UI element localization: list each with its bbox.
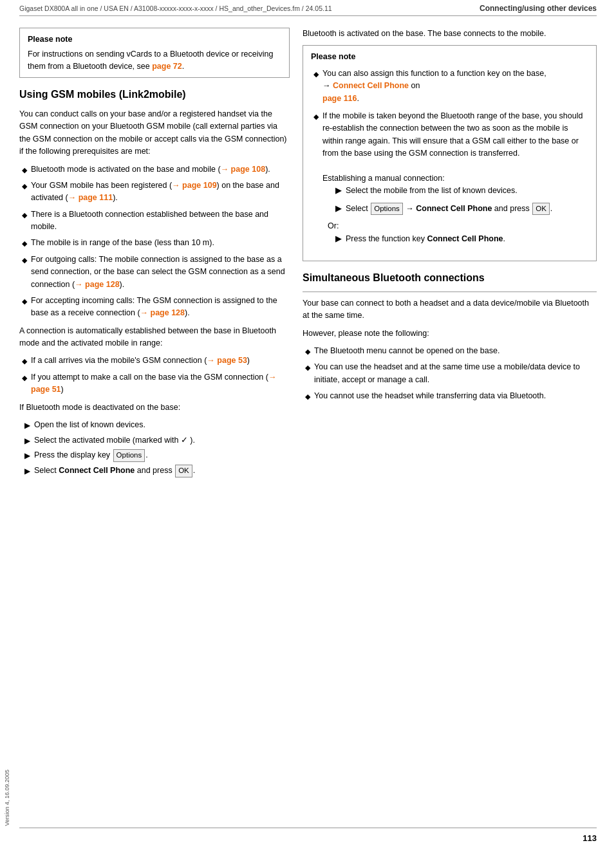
ok-btn-label: OK bbox=[175, 465, 192, 477]
section-heading-gsm: Using GSM mobiles (Link2mobile) bbox=[19, 88, 290, 102]
right-diamond-2: ◆ bbox=[313, 111, 319, 122]
or-list: ▶ Press the function key Connect Cell Ph… bbox=[333, 233, 588, 245]
bullet-outgoing: ◆ For outgoing calls: The mobile connect… bbox=[19, 254, 290, 291]
content-area: Please note For instructions on sending … bbox=[0, 16, 616, 481]
please-note-box-left: Please note For instructions on sending … bbox=[19, 28, 290, 78]
connect-cell-phone-link[interactable]: Connect Cell Phone bbox=[333, 81, 409, 90]
section2-bullet-2-text: You can use the headset and at the same … bbox=[314, 361, 597, 386]
auto-bullet-2-text: If you attempt to make a call on the bas… bbox=[31, 371, 290, 396]
step-4-text: Select Connect Cell Phone and press OK. bbox=[34, 465, 195, 477]
link-page51[interactable]: → page 51 bbox=[31, 373, 276, 394]
section2-text2: However, please note the following: bbox=[303, 328, 597, 340]
bullet-2-text: Your GSM mobile has been registered (→ p… bbox=[31, 180, 290, 205]
if-bt-deact: If Bluetooth mode is deactivated on the … bbox=[19, 402, 290, 414]
auto-bullet-1-text: If a call arrives via the mobile's GSM c… bbox=[31, 355, 250, 367]
link-page109[interactable]: → page 109 bbox=[172, 181, 216, 190]
please-note-title-right: Please note bbox=[311, 51, 588, 63]
section2-rule bbox=[303, 292, 597, 292]
auto-conn-paragraph: A connection is automatically establishe… bbox=[19, 325, 290, 350]
step-open-list: ▶ Open the list of known devices. bbox=[24, 419, 290, 432]
bullet-3-text: There is a Bluetooth connection establis… bbox=[31, 208, 290, 234]
section2-bullet-list: ◆ The Bluetooth menu cannot be opened on… bbox=[303, 345, 597, 403]
options-btn-label-2: Options bbox=[371, 203, 403, 216]
or-step-1: ▶ Press the function key Connect Cell Ph… bbox=[333, 233, 588, 245]
please-note-link[interactable]: page 72 bbox=[152, 62, 182, 71]
step-2-text: Select the activated mobile (marked with… bbox=[34, 434, 195, 447]
step-press-options: ▶ Press the display key Options. bbox=[24, 449, 290, 462]
auto-diamond-1: ◆ bbox=[22, 356, 27, 367]
right-note-bullets: ◆ You can also assign this function to a… bbox=[311, 68, 588, 250]
header-left: Gigaset DX800A all in one / USA EN / A31… bbox=[19, 5, 332, 12]
page-number: 113 bbox=[583, 833, 597, 843]
link-page111[interactable]: → page 111 bbox=[68, 193, 113, 202]
link-page53[interactable]: → page 53 bbox=[207, 356, 247, 365]
manual-step-1: ▶ Select the mobile from the list of kno… bbox=[333, 185, 588, 197]
arrow-1: ▶ bbox=[24, 420, 30, 432]
section2-heading: Simultaneous Bluetooth connections bbox=[303, 272, 597, 285]
header-right: Connecting/using other devices bbox=[480, 4, 597, 13]
please-note-box-right: Please note ◆ You can also assign this f… bbox=[303, 45, 597, 261]
link-page108[interactable]: → page 108 bbox=[221, 165, 265, 174]
section2-diamond-2: ◆ bbox=[305, 362, 310, 373]
manual-step-2: ▶ Select Options → Connect Cell Phone an… bbox=[333, 203, 588, 216]
prerequisites-list: ◆ Bluetooth mode is activated on the bas… bbox=[19, 163, 290, 320]
right-bullet-1-text: You can also assign this function to a f… bbox=[322, 68, 546, 105]
manual-conn-list: ▶ Select the mobile from the list of kno… bbox=[333, 185, 588, 215]
bullet-6-text: For accepting incoming calls: The GSM co… bbox=[31, 295, 290, 320]
please-note-title-left: Please note bbox=[28, 33, 281, 46]
right-diamond-1: ◆ bbox=[313, 69, 319, 80]
header-bar: Gigaset DX800A all in one / USA EN / A31… bbox=[0, 0, 616, 15]
bullet-range: ◆ The mobile is in range of the base (le… bbox=[19, 237, 290, 249]
section2-text1: Your base can connect to both a headset … bbox=[303, 297, 597, 322]
bottom-rule bbox=[19, 828, 597, 828]
page116-link[interactable]: page 116 bbox=[322, 94, 357, 103]
bullet-4-text: The mobile is in range of the base (less… bbox=[31, 237, 214, 249]
manual-step-2-text: Select Options → Connect Cell Phone and … bbox=[346, 203, 552, 216]
manual-step-1-text: Select the mobile from the list of known… bbox=[346, 185, 518, 197]
arrow-4: ▶ bbox=[24, 465, 30, 477]
options-btn-label: Options bbox=[113, 449, 145, 462]
bullet-gsm-registered: ◆ Your GSM mobile has been registered (→… bbox=[19, 180, 290, 205]
bullet-1-text: Bluetooth mode is activated on the base … bbox=[31, 163, 270, 176]
or-text: Or: bbox=[328, 221, 339, 230]
or-arrow-1: ▶ bbox=[335, 233, 342, 245]
auto-bullet-2: ◆ If you attempt to make a call on the b… bbox=[19, 371, 290, 396]
manual-arrow-1: ▶ bbox=[335, 185, 342, 197]
page-wrapper: Gigaset DX800A all in one / USA EN / A31… bbox=[0, 0, 616, 852]
section2-bullet-2: ◆ You can use the headset and at the sam… bbox=[303, 361, 597, 386]
left-column: Please note For instructions on sending … bbox=[19, 16, 290, 481]
right-note-bullet-2: ◆ If the mobile is taken beyond the Blue… bbox=[311, 110, 588, 250]
bullet-diamond-1: ◆ bbox=[22, 165, 27, 176]
arrow-2: ▶ bbox=[24, 435, 30, 447]
link-page128b[interactable]: → page 128 bbox=[140, 308, 185, 317]
section2-bullet-3-text: You cannot use the headset while transfe… bbox=[314, 390, 546, 402]
bullet-diamond-5: ◆ bbox=[22, 255, 27, 266]
bt-deact-steps: ▶ Open the list of known devices. ▶ Sele… bbox=[24, 419, 290, 477]
auto-diamond-2: ◆ bbox=[22, 373, 27, 384]
vertical-version-label: Version 4, 16.09.2005 bbox=[4, 770, 10, 826]
section2-diamond-1: ◆ bbox=[305, 346, 310, 357]
section2-heading-text: Simultaneous Bluetooth connections bbox=[303, 272, 485, 283]
section2-bullet-1: ◆ The Bluetooth menu cannot be opened on… bbox=[303, 345, 597, 357]
section2-bullet-1-text: The Bluetooth menu cannot be opened on t… bbox=[314, 345, 499, 357]
right-bullet-2-text: If the mobile is taken beyond the Blueto… bbox=[322, 110, 588, 250]
bullet-incoming: ◆ For accepting incoming calls: The GSM … bbox=[19, 295, 290, 320]
please-note-text: For instructions on sending vCards to a … bbox=[28, 50, 273, 71]
auto-bullet-1: ◆ If a call arrives via the mobile's GSM… bbox=[19, 355, 290, 367]
link-page128a[interactable]: → page 128 bbox=[75, 280, 119, 289]
ok-btn-label-2: OK bbox=[532, 203, 550, 216]
footer: 113 bbox=[0, 828, 616, 843]
manual-arrow-2: ▶ bbox=[335, 203, 342, 215]
section2-diamond-3: ◆ bbox=[305, 391, 310, 402]
bullet-diamond-4: ◆ bbox=[22, 238, 27, 249]
please-note-end: . bbox=[182, 62, 184, 71]
step-select-mobile: ▶ Select the activated mobile (marked wi… bbox=[24, 434, 290, 447]
bullet-bt-connection: ◆ There is a Bluetooth connection establ… bbox=[19, 208, 290, 234]
right-note-bullet-1: ◆ You can also assign this function to a… bbox=[311, 68, 588, 105]
step-1-text: Open the list of known devices. bbox=[34, 419, 145, 431]
step-select-connect: ▶ Select Connect Cell Phone and press OK… bbox=[24, 465, 290, 477]
auto-conn-list: ◆ If a call arrives via the mobile's GSM… bbox=[19, 355, 290, 396]
bullet-bluetooth-mode: ◆ Bluetooth mode is activated on the bas… bbox=[19, 163, 290, 176]
section2-bullet-3: ◆ You cannot use the headset while trans… bbox=[303, 390, 597, 402]
or-step-text: Press the function key Connect Cell Phon… bbox=[346, 233, 505, 245]
